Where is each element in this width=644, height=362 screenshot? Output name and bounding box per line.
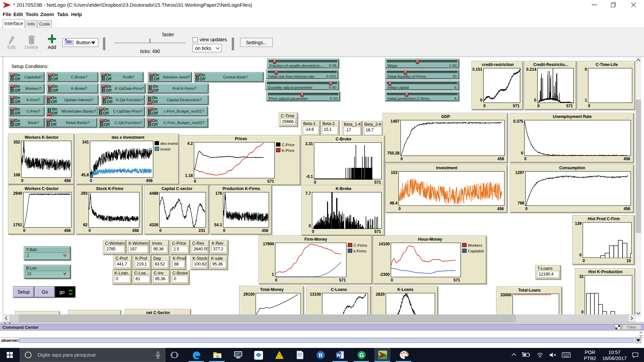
- svg-text:W: W: [336, 353, 341, 358]
- svg-text:R: R: [319, 352, 323, 358]
- svg-text:G: G: [359, 352, 364, 358]
